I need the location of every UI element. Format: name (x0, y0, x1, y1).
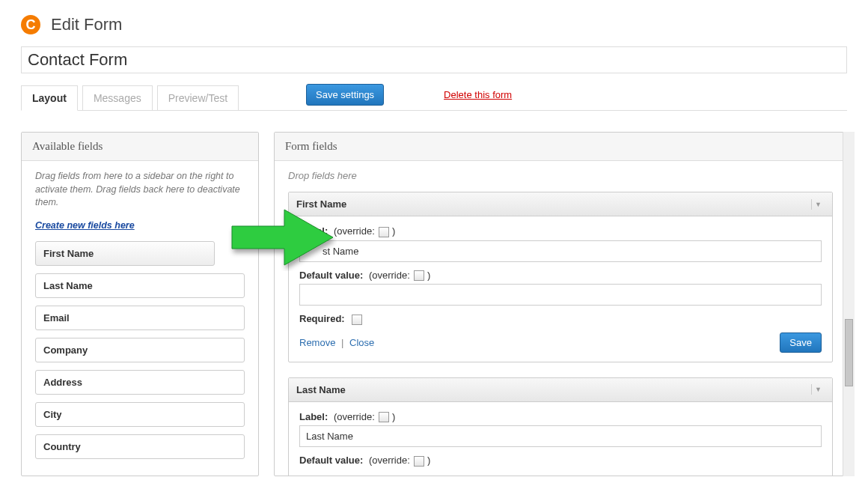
field-pill-email[interactable]: Email (35, 306, 245, 330)
label-caption: Label: (299, 411, 328, 422)
drop-hint: Drop fields here (288, 170, 833, 181)
available-fields-title: Available fields (22, 133, 258, 161)
form-name-input[interactable] (21, 46, 847, 73)
separator: | (341, 337, 343, 348)
save-button[interactable]: Save (780, 332, 822, 353)
form-field-header[interactable]: Last Name ▼ (289, 378, 832, 402)
scrollbar-thumb[interactable] (845, 319, 853, 386)
field-pill-address[interactable]: Address (35, 370, 245, 395)
label-input[interactable] (299, 240, 822, 262)
override-default-checkbox[interactable] (414, 270, 424, 281)
default-value-caption: Default value: (299, 455, 363, 466)
override-default-checkbox[interactable] (414, 456, 424, 467)
label-caption: Label: (299, 225, 328, 237)
field-pill-company[interactable]: Company (35, 338, 245, 362)
field-pill-city[interactable]: City (35, 402, 245, 427)
delete-form-link[interactable]: Delete this form (444, 89, 512, 100)
field-pill-first-name[interactable]: First Name (35, 241, 215, 266)
override-default-caption: (override: ) (369, 455, 431, 466)
field-pill-last-name[interactable]: Last Name (35, 273, 245, 298)
create-new-fields-link[interactable]: Create new fields here (35, 220, 135, 231)
remove-link[interactable]: Remove (299, 337, 335, 348)
tab-layout[interactable]: Layout (21, 85, 78, 111)
default-value-caption: Default value: (299, 270, 363, 281)
page-title: Edit Form (51, 15, 122, 34)
form-field-block-first-name: First Name ▼ Label: (override: ) (288, 192, 833, 362)
save-settings-button[interactable]: Save settings (306, 84, 384, 106)
override-caption: (override: ) (334, 411, 396, 422)
required-caption: Required: (299, 313, 345, 324)
app-logo: C (21, 15, 40, 34)
form-fields-title: Form fields (275, 133, 846, 161)
required-checkbox[interactable] (352, 315, 362, 325)
tab-preview-test[interactable]: Preview/Test (157, 85, 239, 111)
available-fields-panel: Available fields Drag fields from here t… (21, 132, 259, 476)
override-default-caption: (override: ) (369, 270, 431, 281)
chevron-down-icon[interactable]: ▼ (811, 384, 825, 395)
override-caption: (override: ) (334, 225, 396, 237)
chevron-down-icon[interactable]: ▼ (811, 199, 825, 210)
override-label-checkbox[interactable] (379, 412, 389, 422)
default-value-input[interactable] (299, 284, 822, 306)
label-input[interactable] (299, 425, 822, 447)
form-field-name: First Name (296, 198, 346, 210)
form-field-block-last-name: Last Name ▼ Label: (override: ) D (288, 377, 833, 476)
form-fields-panel: Form fields Drop fields here First Name … (274, 132, 847, 476)
tab-messages[interactable]: Messages (82, 85, 153, 111)
form-field-name: Last Name (296, 384, 346, 395)
outer-scrollbar[interactable] (843, 132, 855, 476)
form-field-header[interactable]: First Name ▼ (289, 192, 832, 216)
override-label-checkbox[interactable] (379, 227, 389, 237)
available-fields-instructions: Drag fields from here to a sidebar on th… (35, 170, 245, 210)
close-link[interactable]: Close (349, 337, 374, 348)
field-pill-country[interactable]: Country (35, 434, 245, 459)
